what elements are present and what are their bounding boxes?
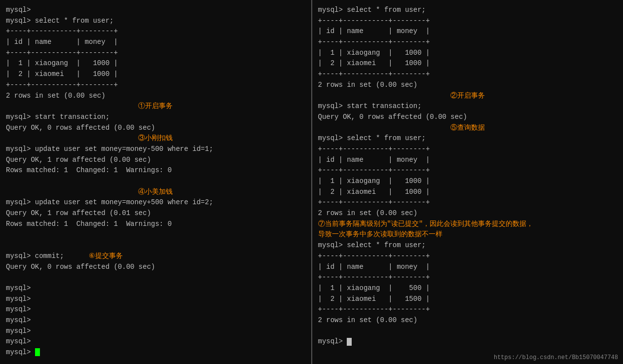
output-line: | 2 | xiaomei | 1500 | [318, 294, 618, 305]
blank-line [6, 240, 305, 251]
output-line: +----+-----------+--------+ [318, 69, 618, 80]
output-line: | 2 | xiaomei | 1000 | [318, 187, 618, 198]
left-terminal-content: mysql>mysql> select * from user;+----+--… [6, 5, 305, 358]
output-line: +----+-----------+--------+ [6, 26, 305, 37]
output-line: | 1 | xiaogang | 1000 | [318, 48, 618, 59]
output-line: | 1 | xiaogang | 1000 | [6, 58, 305, 69]
prompt-line: mysql> select * from user; [318, 240, 618, 251]
output-line: +----+-----------+--------+ [6, 48, 305, 59]
annotation-line: ①开启事务 [6, 101, 305, 112]
left-terminal: mysql>mysql> select * from user;+----+--… [0, 0, 312, 364]
blank-line [318, 326, 618, 337]
blank-line [6, 229, 305, 240]
output-line: 2 rows in set (0.00 sec) [318, 208, 618, 219]
prompt-line: mysql> [6, 315, 305, 326]
footer-url: https://blog.csdn.net/Bb15070047748 [494, 354, 618, 361]
prompt-line: mysql> select * from user; [6, 16, 305, 27]
prompt-line: mysql> select * from user; [318, 133, 618, 144]
output-line: Query OK, 0 rows affected (0.00 sec) [318, 112, 618, 123]
output-line: +----+-----------+--------+ [318, 16, 618, 27]
right-terminal-content: mysql> select * from user;+----+--------… [318, 5, 618, 347]
prompt-line: mysql> [6, 304, 305, 315]
output-line: Query OK, 0 rows affected (0.00 sec) [6, 262, 305, 273]
prompt-line: mysql> update user set money=money-500 w… [6, 144, 305, 155]
output-line: 2 rows in set (0.00 sec) [6, 91, 305, 102]
output-line: Rows matched: 1 Changed: 1 Warnings: 0 [6, 165, 305, 176]
terminal-cursor [35, 348, 40, 356]
prompt-line: mysql> update user set money=money+500 w… [6, 197, 305, 208]
annotation-line: ②开启事务 [318, 91, 618, 102]
annotation-long-line: ⑦当前事务隔离级别为"读已提交"，因此会读到其他事务提交的数据， [318, 219, 618, 230]
prompt-line: mysql> start transaction; [6, 112, 305, 123]
blank-line [6, 176, 305, 187]
output-line: | 1 | xiaogang | 500 | [318, 283, 618, 294]
output-line: | id | name | money | [318, 26, 618, 37]
prompt-line: mysql> [6, 326, 305, 337]
commit-line: mysql> commit; ⑥提交事务 [6, 251, 305, 262]
prompt-line: mysql> [6, 283, 305, 294]
output-line: +----+-----------+--------+ [318, 197, 618, 208]
output-line: 2 rows in set (0.00 sec) [318, 315, 618, 326]
output-line: Rows matched: 1 Changed: 1 Warnings: 0 [6, 219, 305, 230]
output-line: | id | name | money | [6, 37, 305, 48]
output-line: 2 rows in set (0.00 sec) [318, 80, 618, 91]
output-line: +----+-----------+--------+ [318, 272, 618, 283]
prompt-cursor-line: mysql> [6, 347, 305, 358]
output-line: | 1 | xiaogang | 1000 | [318, 176, 618, 187]
prompt-line: mysql> [6, 336, 305, 347]
prompt-line: mysql> [6, 5, 305, 16]
prompt-line: mysql> start transaction; [318, 101, 618, 112]
annotation-line: ⑤查询数据 [318, 123, 618, 134]
output-line: | 2 | xiaomei | 1000 | [6, 69, 305, 80]
output-line: | id | name | money | [318, 155, 618, 166]
output-line: Query OK, 1 row affected (0.01 sec) [6, 208, 305, 219]
annotation-long-line: 导致一次事务中多次读取到的数据不一样 [318, 229, 618, 240]
output-line: Query OK, 0 rows affected (0.00 sec) [6, 123, 305, 134]
annotation-line: ④小美加钱 [6, 187, 305, 198]
output-line: +----+-----------+--------+ [6, 80, 305, 91]
output-line: +----+-----------+--------+ [318, 37, 618, 48]
output-line: +----+-----------+--------+ [318, 144, 618, 155]
output-line: | 2 | xiaomei | 1000 | [318, 58, 618, 69]
prompt-line: mysql> [6, 294, 305, 305]
output-line: +----+-----------+--------+ [318, 251, 618, 262]
output-line: +----+-----------+--------+ [318, 165, 618, 176]
prompt-cursor-line: mysql> [318, 336, 618, 347]
right-terminal: mysql> select * from user;+----+--------… [312, 0, 623, 364]
output-line: Query OK, 1 row affected (0.00 sec) [6, 155, 305, 166]
terminal-cursor [347, 338, 352, 346]
prompt-line: mysql> select * from user; [318, 5, 618, 16]
output-line: +----+-----------+--------+ [318, 304, 618, 315]
blank-line [6, 272, 305, 283]
output-line: | id | name | money | [318, 262, 618, 273]
annotation-line: ③小刚扣钱 [6, 133, 305, 144]
